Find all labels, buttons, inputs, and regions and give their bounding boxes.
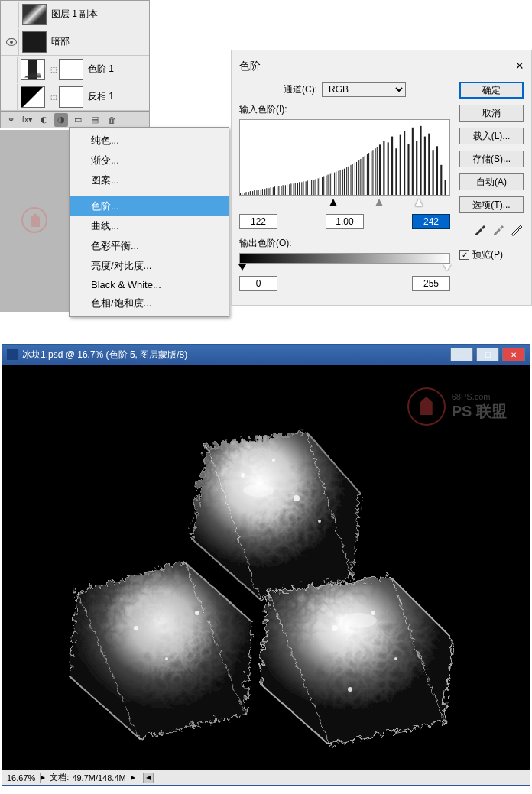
link-layers-icon[interactable]: ⚭ [4, 113, 18, 127]
save-button[interactable]: 存储(S)... [459, 151, 524, 167]
svg-point-92 [332, 625, 338, 631]
watermark-url: 68PS.com [452, 392, 507, 401]
input-levels-label: 输入色阶(I): [239, 103, 450, 116]
options-button[interactable]: 选项(T)... [459, 196, 524, 213]
svg-rect-51 [242, 193, 242, 195]
layer-row[interactable]: ⬚ 色阶 1 [1, 56, 149, 83]
canvas[interactable]: 68PS.com PS 联盟 [2, 365, 530, 770]
mask-icon[interactable]: ◐ [37, 113, 51, 127]
svg-rect-19 [318, 178, 319, 195]
adjustment-layer-icon[interactable]: ◑ [54, 113, 68, 127]
svg-rect-67 [307, 180, 308, 195]
output-black-handle[interactable] [238, 264, 246, 271]
svg-rect-42 [412, 128, 414, 195]
cancel-button[interactable]: 取消 [459, 105, 524, 122]
ok-button[interactable]: 确定 [459, 82, 524, 99]
input-white-field[interactable] [412, 214, 450, 229]
svg-rect-82 [368, 153, 369, 195]
svg-rect-14 [297, 183, 298, 195]
link-icon: ⬚ [50, 59, 57, 80]
layer-row[interactable]: 暗部 [1, 28, 149, 56]
visibility-toggle[interactable] [2, 84, 18, 110]
visibility-toggle[interactable] [4, 29, 19, 55]
svg-rect-21 [326, 176, 326, 195]
svg-rect-2 [248, 192, 249, 195]
new-layer-icon[interactable]: ▤ [88, 113, 102, 127]
maximize-button[interactable]: ☐ [476, 348, 499, 361]
minimize-button[interactable]: ─ [450, 348, 473, 361]
svg-rect-63 [290, 183, 291, 195]
svg-point-96 [243, 485, 274, 497]
menu-black-white[interactable]: Black & White... [70, 276, 229, 293]
zoom-level[interactable]: 16.67% [2, 773, 41, 783]
adj-thumb[interactable] [21, 86, 45, 108]
histogram[interactable] [239, 119, 450, 196]
layer-name: 暗部 [51, 35, 149, 48]
editor-background [0, 130, 69, 312]
layer-name: 图层 1 副本 [51, 8, 149, 21]
svg-rect-61 [283, 185, 284, 195]
menu-brightness[interactable]: 亮度/对比度... [70, 256, 229, 276]
output-white-field[interactable] [412, 276, 450, 291]
svg-rect-39 [400, 135, 401, 195]
svg-point-97 [339, 613, 377, 628]
svg-rect-25 [342, 170, 343, 195]
svg-point-94 [394, 657, 397, 660]
titlebar[interactable]: 冰块1.psd @ 16.7% (色阶 5, 图层蒙版/8) ─ ☐ ✕ [2, 345, 530, 365]
menu-hue-sat[interactable]: 色相/饱和度... [70, 293, 229, 313]
watermark-brand: PS 联盟 [452, 401, 507, 422]
watermark: 68PS.com PS 联盟 [407, 387, 507, 426]
output-gradient[interactable] [239, 253, 450, 264]
window-title: 冰块1.psd @ 16.7% (色阶 5, 图层蒙版/8) [22, 348, 450, 361]
menu-levels[interactable]: 色阶... [70, 196, 229, 216]
layer-row[interactable]: ⬚ 反相 1 [1, 83, 149, 111]
output-black-field[interactable] [239, 276, 277, 291]
channel-label: 通道(C): [284, 83, 317, 96]
white-eyedropper-icon[interactable] [510, 222, 524, 236]
svg-rect-29 [358, 160, 359, 195]
visibility-toggle[interactable] [4, 2, 19, 28]
menu-curves[interactable]: 曲线... [70, 216, 229, 236]
gray-eyedropper-icon[interactable] [491, 222, 505, 236]
input-slider[interactable] [239, 199, 450, 209]
layer-row[interactable]: 图层 1 副本 [1, 1, 149, 28]
white-point-handle[interactable] [415, 199, 423, 206]
svg-rect-74 [336, 172, 336, 195]
svg-rect-80 [360, 159, 361, 195]
layer-thumb[interactable] [22, 31, 47, 53]
channel-select[interactable]: RGB [322, 82, 406, 97]
close-button[interactable]: ✕ [502, 348, 525, 361]
close-icon[interactable]: × [515, 58, 524, 74]
svg-rect-40 [404, 131, 405, 195]
scroll-left-icon[interactable]: ◀ [143, 773, 154, 783]
svg-rect-44 [420, 126, 421, 195]
input-black-field[interactable] [239, 214, 277, 229]
menu-color-balance[interactable]: 色彩平衡... [70, 236, 229, 256]
adj-thumb[interactable] [21, 59, 45, 80]
input-mid-field[interactable] [326, 214, 364, 229]
black-eyedropper-icon[interactable] [473, 222, 487, 236]
svg-rect-13 [294, 183, 294, 195]
menu-gradient[interactable]: 渐变... [70, 151, 229, 170]
svg-rect-54 [254, 190, 255, 195]
gray-point-handle[interactable] [375, 199, 383, 206]
svg-rect-64 [295, 183, 296, 195]
layer-thumb[interactable] [22, 4, 47, 25]
load-button[interactable]: 载入(L)... [459, 128, 524, 144]
visibility-toggle[interactable] [2, 57, 18, 83]
menu-pattern[interactable]: 图案... [70, 170, 229, 190]
layer-name: 反相 1 [88, 90, 149, 103]
mask-thumb[interactable] [59, 59, 83, 80]
auto-button[interactable]: 自动(A) [459, 173, 524, 190]
fx-icon[interactable]: fx▾ [21, 113, 34, 127]
delete-icon[interactable]: 🗑 [105, 113, 118, 127]
mask-thumb[interactable] [59, 86, 83, 108]
group-icon[interactable]: ▭ [71, 113, 85, 127]
svg-rect-35 [383, 141, 384, 195]
svg-rect-55 [258, 190, 259, 195]
menu-solid-color[interactable]: 纯色... [70, 131, 229, 151]
preview-checkbox[interactable]: ✓ [459, 250, 469, 260]
black-point-handle[interactable] [329, 199, 337, 206]
svg-rect-32 [371, 151, 371, 195]
output-white-handle[interactable] [443, 264, 451, 271]
